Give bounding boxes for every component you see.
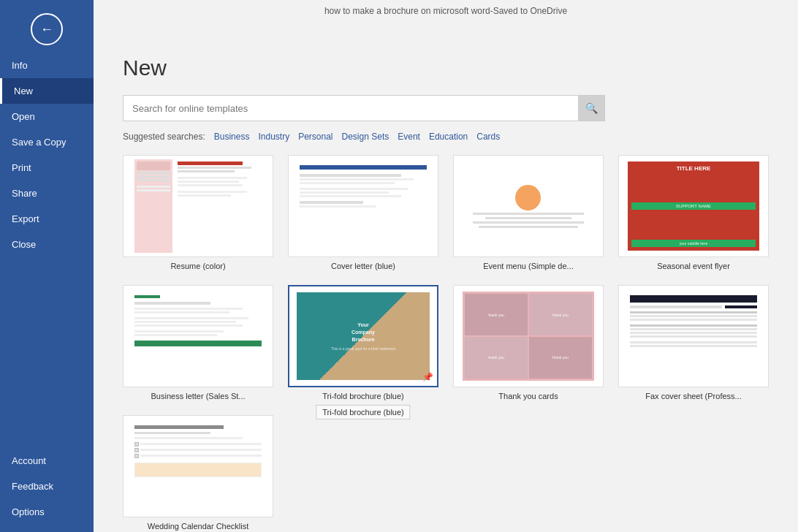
template-event-menu[interactable]: Event menu (Simple de... [453, 155, 604, 270]
sidebar-item-open[interactable]: Open [0, 104, 94, 129]
templates-grid: Resume (color) Cover letter (blue) [123, 155, 769, 531]
template-thumb-bletter [123, 285, 273, 387]
suggested-education[interactable]: Education [429, 132, 468, 142]
suggested-personal[interactable]: Personal [298, 132, 332, 142]
template-label-bletter: Business letter (Sales St... [151, 392, 246, 400]
sidebar-item-share[interactable]: Share [0, 180, 94, 206]
sidebar-item-close[interactable]: Close [0, 232, 94, 257]
template-thank-you-cards[interactable]: thank you thank you thank you thank you … [453, 285, 604, 400]
page-title: New [123, 56, 769, 80]
sidebar-item-options[interactable]: Options [0, 499, 94, 525]
template-label-flyer: Seasonal event flyer [657, 262, 730, 270]
suggested-event[interactable]: Event [398, 132, 420, 142]
template-seasonal-flyer[interactable]: TITLE HERE SUPPORT NAME your subtitle he… [618, 155, 769, 270]
template-fax-cover[interactable]: Fax cover sheet (Profess... [618, 285, 769, 400]
document-name: how to make a brochure on microsoft word [324, 6, 490, 16]
suggested-cards[interactable]: Cards [476, 132, 500, 142]
sidebar-item-feedback[interactable]: Feedback [0, 474, 94, 499]
template-thumb-event [453, 155, 604, 257]
template-trifold-brochure[interactable]: YourCompanyBrochure This is a great spot… [288, 285, 438, 400]
sidebar-item-print[interactable]: Print [0, 155, 94, 180]
back-icon: ← [40, 22, 53, 37]
sidebar-item-save-copy[interactable]: Save a Copy [0, 129, 94, 155]
template-resume-color[interactable]: Resume (color) [123, 155, 273, 270]
template-thumb-wedding [123, 415, 273, 517]
suggested-design-sets[interactable]: Design Sets [342, 132, 390, 142]
search-container: 🔍 [123, 95, 605, 121]
template-label-resume: Resume (color) [170, 262, 225, 270]
main-content: New 🔍 Suggested searches: Business Indus… [94, 22, 798, 532]
suggested-industry[interactable]: Industry [258, 132, 289, 142]
template-thumb-fax [618, 285, 769, 387]
suggested-label: Suggested searches: [123, 132, 205, 142]
template-thumb-thankyou: thank you thank you thank you thank you [453, 285, 604, 387]
template-thumb-resume [123, 155, 273, 257]
template-label-brochure: Tri-fold brochure (blue) [322, 392, 403, 400]
sidebar-item-new[interactable]: New [0, 78, 94, 104]
template-wedding-checklist[interactable]: Wedding Calendar Checklist [123, 415, 273, 531]
template-label-fax: Fax cover sheet (Profess... [645, 392, 741, 400]
search-icon: 🔍 [585, 102, 598, 114]
sidebar-item-account[interactable]: Account [0, 448, 94, 474]
template-label-cover: Cover letter (blue) [331, 262, 395, 270]
template-thumb-brochure: YourCompanyBrochure This is a great spot… [288, 285, 438, 387]
template-label-thankyou: Thank you cards [498, 392, 558, 400]
sidebar-item-info[interactable]: Info [0, 53, 94, 78]
search-button[interactable]: 🔍 [579, 95, 605, 121]
template-thumb-flyer: TITLE HERE SUPPORT NAME your subtitle he… [618, 155, 769, 257]
sidebar-item-export[interactable]: Export [0, 206, 94, 232]
template-cover-letter[interactable]: Cover letter (blue) [288, 155, 438, 270]
pin-icon: 📌 [422, 372, 433, 382]
suggested-business[interactable]: Business [214, 132, 250, 142]
template-label-event: Event menu (Simple de... [483, 262, 574, 270]
title-bar: how to make a brochure on microsoft word… [94, 0, 798, 22]
template-label-wedding: Wedding Calendar Checklist [148, 522, 249, 531]
save-status: Saved to OneDrive [493, 6, 567, 16]
search-input[interactable] [123, 95, 579, 121]
template-business-letter[interactable]: Business letter (Sales St... [123, 285, 273, 400]
template-thumb-cover [288, 155, 438, 257]
suggested-searches: Suggested searches: Business Industry Pe… [123, 132, 769, 142]
sidebar: ← Info New Open Save a Copy Print Share … [0, 0, 94, 532]
back-button[interactable]: ← [31, 13, 63, 45]
brochure-tooltip: Tri-fold brochure (blue) [316, 405, 410, 419]
